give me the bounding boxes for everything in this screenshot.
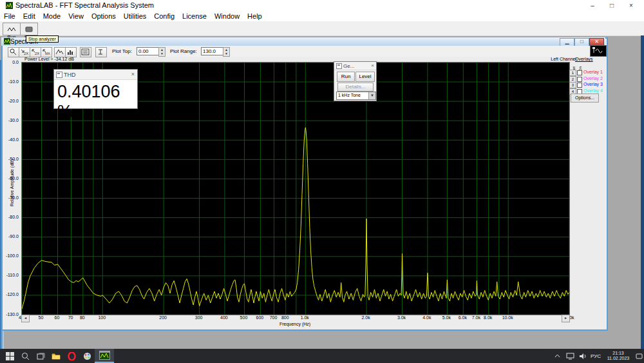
maximize-button[interactable]: □ xyxy=(602,0,621,11)
zoom-in-2x-button[interactable]: 2X xyxy=(19,47,30,57)
plot-range-input[interactable]: 130.0 xyxy=(201,47,224,55)
generator-signal-value: 1 kHz Tone xyxy=(338,93,361,97)
generator-signal-dropdown[interactable]: 1 kHz Tone ▼ xyxy=(336,92,376,100)
zoom-tool-button[interactable] xyxy=(8,47,19,57)
overlay-set-button[interactable]: 1 xyxy=(569,70,576,76)
generator-run-button[interactable]: Run xyxy=(337,72,355,82)
magnifier-icon xyxy=(9,48,17,55)
menu-item-edit[interactable]: Edit xyxy=(19,12,39,20)
menu-item-window[interactable]: Window xyxy=(211,12,243,20)
x-tick-label: 200 xyxy=(153,315,173,320)
y-tick-label: 0.0 xyxy=(12,60,19,64)
menu-item-view[interactable]: View xyxy=(64,12,88,20)
x-tick-label: 800 xyxy=(276,315,295,320)
language-indicator[interactable]: РУС xyxy=(589,349,603,363)
menu-item-file[interactable]: File xyxy=(0,12,19,20)
minimize-button[interactable]: – xyxy=(583,0,602,11)
y-tick-label: -40.0 xyxy=(8,137,19,142)
close-button[interactable]: × xyxy=(621,0,641,11)
overlay-label: Overlay 3 xyxy=(583,82,603,86)
generator-level-button[interactable]: Level xyxy=(355,72,375,82)
list-icon xyxy=(81,48,90,55)
menu-item-utilities[interactable]: Utilities xyxy=(120,12,150,20)
power-level-readout: Power Level = -34.12 dB xyxy=(24,57,74,61)
line-plot-view-button[interactable] xyxy=(54,47,66,57)
x-axis-title: Frequency (Hz) xyxy=(263,322,327,326)
x-tick-label: 80 xyxy=(73,315,92,320)
generator-details-button: Details... xyxy=(337,83,374,92)
start-button[interactable] xyxy=(2,349,17,363)
plot-top-input[interactable]: 0.00 xyxy=(137,47,160,55)
zoom-out-2x-icon: 2X xyxy=(31,48,39,55)
stop-button[interactable]: Stop xyxy=(20,23,38,35)
opera-button[interactable] xyxy=(64,349,79,363)
i-beam-icon xyxy=(97,48,105,55)
overlay-label: Overlay 2 xyxy=(583,76,603,81)
x-tick-label: 3.0k xyxy=(392,315,412,320)
generator-close-icon[interactable]: × xyxy=(371,63,374,68)
notification-center-icon[interactable] xyxy=(634,349,644,363)
overlays-header: Overlays xyxy=(575,57,593,61)
menu-item-help[interactable]: Help xyxy=(243,12,266,20)
plot-top-spinner[interactable]: ▲▼ xyxy=(158,47,166,57)
channel-label: Left Channel xyxy=(512,57,576,61)
clock[interactable]: 21:13 11.02.2023 xyxy=(603,349,634,363)
zoom-out-max-button[interactable]: MAX xyxy=(41,47,52,57)
y-tick-label: -30.0 xyxy=(8,118,19,123)
generator-titlebar[interactable]: Ge... × xyxy=(334,62,376,70)
run-button[interactable]: Run xyxy=(3,23,21,35)
thd-dialog: THD × 0.40106 % xyxy=(53,69,138,109)
zoom-out-max-icon: MAX xyxy=(42,48,50,55)
overlay-on-checkbox[interactable] xyxy=(577,77,582,82)
taskbar-search-button[interactable] xyxy=(17,349,33,363)
generator-dialog: Ge... × Run Level Details... 1 kHz Tone … xyxy=(334,61,377,101)
menu-item-mode[interactable]: Mode xyxy=(39,12,65,20)
y-tick-label: -100.0 xyxy=(6,253,19,258)
thd-close-icon[interactable]: × xyxy=(131,71,135,77)
overlay-on-checkbox[interactable] xyxy=(577,83,582,88)
app-titlebar: SpectraLAB - FFT Spectral Analysis Syste… xyxy=(0,0,644,11)
generator-panel-button[interactable] xyxy=(590,45,607,57)
spectrum-window-icon xyxy=(4,38,10,44)
menu-item-options[interactable]: Options xyxy=(88,12,120,20)
search-icon xyxy=(21,352,30,360)
overlay-set-button[interactable]: 2 xyxy=(569,76,576,83)
stop-analyzer-tooltip: Stop analyzer xyxy=(26,35,59,43)
main-toolbar: Run Stop Avg: 16 ▼ Peak Hold xyxy=(0,21,644,36)
marker-tool-button[interactable] xyxy=(95,47,107,57)
menu-item-config[interactable]: Config xyxy=(150,12,178,20)
taskbar: РУС 21:13 11.02.2023 xyxy=(0,349,644,363)
task-view-button[interactable] xyxy=(33,349,48,363)
y-tick-label: -20.0 xyxy=(8,99,19,103)
menu-item-license[interactable]: License xyxy=(178,12,211,20)
peak-curve-icon xyxy=(55,48,64,55)
tray-chevron-up-icon[interactable] xyxy=(553,349,562,363)
overlay-on-checkbox[interactable] xyxy=(577,70,582,75)
y-tick-label: -90.0 xyxy=(8,234,19,239)
zoom-out-2x-button[interactable]: 2X xyxy=(30,47,41,57)
network-icon[interactable] xyxy=(564,349,576,363)
thd-title: THD xyxy=(64,72,76,78)
plot-scroll-left-button[interactable]: ◂ xyxy=(21,315,30,322)
run-waveform-icon xyxy=(7,26,16,32)
chevron-down-icon[interactable]: ▼ xyxy=(368,92,375,99)
spectralab-taskbar-button[interactable] xyxy=(95,349,114,363)
generator-window-icon xyxy=(336,63,342,69)
x-tick-label: 10.0k xyxy=(498,315,517,320)
plot-scroll-right-button[interactable]: ▸ xyxy=(562,315,570,322)
legend-view-button[interactable] xyxy=(80,47,91,57)
volume-icon[interactable] xyxy=(577,349,589,363)
overlay-options-button[interactable]: Options... xyxy=(571,93,599,103)
overlay-set-button[interactable]: 3 xyxy=(569,82,576,88)
thd-value: 0.40106 % xyxy=(57,82,137,122)
plot-range-spinner[interactable]: ▲▼ xyxy=(223,47,230,57)
x-tick-label: 2.0k xyxy=(356,315,375,320)
spectrum-titlebar[interactable] xyxy=(1,37,605,46)
file-explorer-button[interactable] xyxy=(48,349,64,363)
bar-plot-view-button[interactable] xyxy=(65,47,77,57)
paint-app-button[interactable] xyxy=(79,349,95,363)
generator-title: Ge... xyxy=(343,63,354,69)
y-tick-label: -110.0 xyxy=(6,273,19,277)
plot-range-label: Plot Range: xyxy=(170,48,197,54)
thd-titlebar[interactable]: THD × xyxy=(54,70,137,80)
